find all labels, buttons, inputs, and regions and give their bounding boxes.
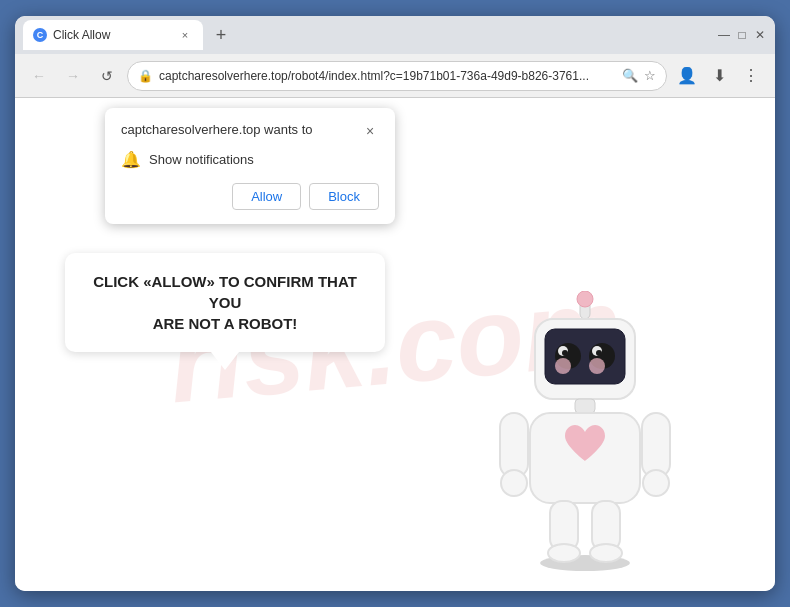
lock-icon: 🔒 (138, 69, 153, 83)
tab-title: Click Allow (53, 28, 171, 42)
svg-point-16 (501, 470, 527, 496)
robot-svg (475, 291, 695, 571)
popup-header: captcharesolverhere.top wants to × (121, 122, 379, 140)
url-text: captcharesolverhere.top/robot4/index.htm… (159, 69, 616, 83)
menu-button[interactable]: ⋮ (737, 62, 765, 90)
block-button[interactable]: Block (309, 183, 379, 210)
browser-window: C Click Allow × + — □ ✕ ← → ↺ 🔒 captchar… (15, 16, 775, 591)
tab-favicon: C (33, 28, 47, 42)
minimize-button[interactable]: — (717, 28, 731, 42)
active-tab[interactable]: C Click Allow × (23, 20, 203, 50)
svg-point-18 (643, 470, 669, 496)
profile-button[interactable]: 👤 (673, 62, 701, 90)
bubble-text: CLICK «ALLOW» TO CONFIRM THAT YOU ARE NO… (85, 271, 365, 334)
svg-rect-13 (575, 399, 595, 413)
notification-popup: captcharesolverhere.top wants to × 🔔 Sho… (105, 108, 395, 224)
reload-button[interactable]: ↺ (93, 62, 121, 90)
popup-title: captcharesolverhere.top wants to (121, 122, 313, 137)
window-controls: — □ ✕ (717, 28, 767, 42)
popup-close-button[interactable]: × (361, 122, 379, 140)
bell-icon: 🔔 (121, 150, 141, 169)
svg-rect-15 (500, 413, 528, 478)
svg-point-11 (562, 350, 568, 356)
maximize-button[interactable]: □ (735, 28, 749, 42)
popup-permission-row: 🔔 Show notifications (121, 150, 379, 169)
tab-area: C Click Allow × + (23, 20, 711, 50)
svg-point-22 (590, 544, 622, 562)
new-tab-button[interactable]: + (207, 21, 235, 49)
url-right-icons: 🔍 ☆ (622, 68, 656, 83)
svg-point-7 (555, 358, 571, 374)
bookmark-icon[interactable]: ☆ (644, 68, 656, 83)
back-button[interactable]: ← (25, 62, 53, 90)
allow-button[interactable]: Allow (232, 183, 301, 210)
address-bar: ← → ↺ 🔒 captcharesolverhere.top/robot4/i… (15, 54, 775, 98)
url-bar[interactable]: 🔒 captcharesolverhere.top/robot4/index.h… (127, 61, 667, 91)
robot-illustration (475, 291, 695, 571)
svg-point-20 (548, 544, 580, 562)
toolbar-right: 👤 ⬇ ⋮ (673, 62, 765, 90)
svg-point-8 (589, 358, 605, 374)
title-bar: C Click Allow × + — □ ✕ (15, 16, 775, 54)
search-icon[interactable]: 🔍 (622, 68, 638, 83)
svg-point-2 (577, 291, 593, 307)
close-button[interactable]: ✕ (753, 28, 767, 42)
svg-rect-17 (642, 413, 670, 478)
download-button[interactable]: ⬇ (705, 62, 733, 90)
page-content: risk.com captcharesolverhere.top wants t… (15, 98, 775, 591)
forward-button[interactable]: → (59, 62, 87, 90)
speech-bubble: CLICK «ALLOW» TO CONFIRM THAT YOU ARE NO… (65, 253, 385, 352)
tab-close-button[interactable]: × (177, 27, 193, 43)
permission-text: Show notifications (149, 152, 254, 167)
popup-buttons: Allow Block (121, 183, 379, 210)
svg-point-12 (596, 350, 602, 356)
